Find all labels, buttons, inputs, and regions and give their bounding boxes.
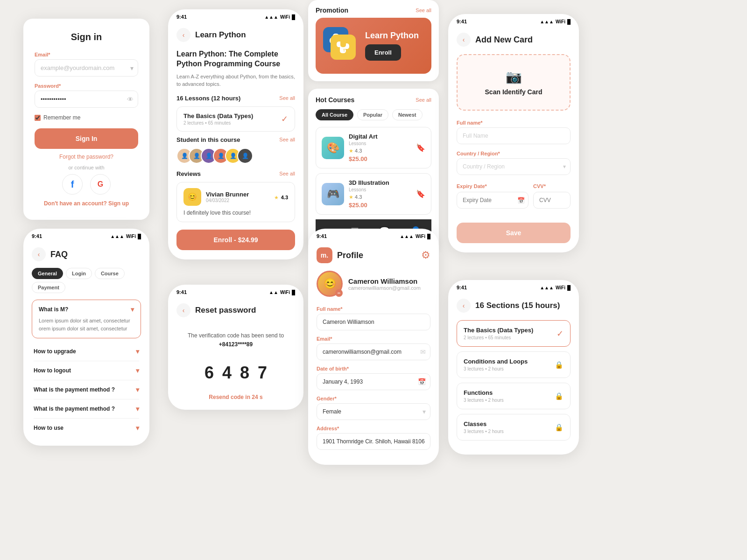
profile-dob-input[interactable]: [317, 373, 430, 390]
section-item-3[interactable]: Classes 3 lectures • 2 hours 🔒: [457, 414, 571, 441]
section-item-0[interactable]: The Basics (Data Types) 2 lectures • 65 …: [457, 320, 571, 347]
promo-enroll-button[interactable]: Enroll: [365, 44, 401, 61]
lp-status-bar: 9:41 ▲▲▲ WiFi █: [168, 9, 303, 21]
faq-item-3[interactable]: What is the payment method ? ▾: [34, 380, 139, 399]
rp-battery-icon: █: [292, 290, 295, 295]
python-logo-yellow: [331, 35, 356, 60]
rating-value-0: 4.3: [281, 195, 288, 200]
country-chevron-icon: ▾: [563, 163, 566, 170]
eye-icon[interactable]: 👁: [127, 96, 134, 103]
promo-see-all[interactable]: See all: [416, 7, 431, 13]
learn-python-card: 9:41 ▲▲▲ WiFi █ ‹ Learn Python Learn Pyt…: [168, 9, 303, 259]
addcard-fullname-label: Full name*: [457, 120, 571, 126]
faq-item-0[interactable]: What is M? ▾ Lorem ipsum dolor sit amet,…: [32, 300, 141, 338]
status-bar: 9:41 ▲▲▲ WiFi █: [23, 229, 149, 241]
sections-back-button[interactable]: ‹: [457, 299, 471, 313]
section-info-0: The Basics (Data Types) 2 lectures • 65 …: [464, 327, 533, 340]
expiry-input-wrapper: 📅: [457, 192, 529, 209]
otp-digit-0[interactable]: 6: [204, 363, 214, 383]
students-title: Student in this course: [176, 136, 240, 143]
wifi-icon: WiFi: [126, 234, 136, 239]
social-login-row: f G: [35, 174, 138, 195]
faq-card: 9:41 ▲▲▲ WiFi █ ‹ FAQ General Login Cour…: [23, 229, 149, 446]
students-see-all[interactable]: See all: [279, 137, 295, 142]
forgot-password-link[interactable]: Forgot the password?: [35, 154, 138, 160]
faq-tab-payment[interactable]: Payment: [32, 282, 65, 293]
star-icon-0: ★: [274, 195, 279, 200]
course-thumb-0: 🎨: [322, 137, 344, 159]
faq-back-button[interactable]: ‹: [32, 247, 46, 261]
sections-title: 16 Sections (15 hours): [475, 301, 560, 310]
addcard-back-button[interactable]: ‹: [457, 33, 471, 47]
otp-digit-2[interactable]: 8: [240, 363, 249, 383]
bookmark-icon-1[interactable]: 🔖: [416, 189, 425, 198]
faq-tab-course[interactable]: Course: [95, 268, 125, 279]
password-input[interactable]: [35, 91, 138, 108]
bookmark-icon-0[interactable]: 🔖: [416, 143, 425, 152]
resend-timer[interactable]: 24 s: [252, 394, 262, 400]
hot-tab-newest[interactable]: Newest: [392, 109, 423, 120]
facebook-login-button[interactable]: f: [62, 174, 83, 195]
faq-tab-login[interactable]: Login: [66, 268, 92, 279]
lp-course-desc: Learn A-Z everything about Python, from …: [176, 73, 295, 88]
profile-email-group: Email* ✉: [317, 336, 430, 360]
profile-user-row: 😊 ✏ Cameron Williamson cameronwilliamson…: [317, 271, 430, 297]
settings-icon[interactable]: ⚙: [421, 249, 430, 261]
lp-lessons-label: 16 Lessons (12 hours): [176, 95, 240, 102]
addcard-cvv-input[interactable]: [533, 192, 571, 209]
hot-tab-popular[interactable]: Popular: [357, 109, 388, 120]
profile-fullname-input[interactable]: [317, 314, 430, 330]
section-meta-1: 3 lectures • 2 hours: [464, 366, 528, 371]
lp-see-all[interactable]: See all: [279, 95, 295, 101]
addcard-country-select[interactable]: Country / Region: [457, 158, 571, 175]
section-name-2: Functions: [464, 389, 504, 396]
lesson-info-0: The Basics (Data Types) 2 lectures • 65 …: [183, 112, 253, 126]
faq-item-4[interactable]: What is the payment method ? ▾: [34, 399, 139, 419]
otp-digit-1[interactable]: 4: [222, 363, 232, 383]
hot-see-all[interactable]: See all: [416, 97, 431, 103]
faq-item-1[interactable]: How to upgrade ▾: [34, 342, 139, 361]
reviews-see-all[interactable]: See all: [279, 171, 295, 176]
or-divider: or continue with: [35, 165, 138, 170]
signup-link[interactable]: Sign up: [108, 200, 129, 207]
save-card-button[interactable]: Save: [457, 223, 571, 243]
promo-python-logo: [323, 27, 360, 64]
otp-digit-3[interactable]: 7: [258, 363, 267, 383]
hot-tab-all[interactable]: All Course: [316, 109, 353, 120]
course-item-0[interactable]: 🎨 Digital Art Lessons ★ 4.3 $25.00 🔖: [316, 127, 431, 168]
courses-card: Promotion See all Learn Python Enroll: [308, 0, 439, 251]
lesson-card-0[interactable]: The Basics (Data Types) 2 lectures • 65 …: [176, 106, 295, 132]
profile-email-input[interactable]: [317, 343, 430, 360]
status-icons: ▲▲▲ WiFi █: [110, 234, 141, 239]
scan-card-box[interactable]: 📷 Scan Identify Card: [457, 54, 571, 111]
faq-item-5[interactable]: How to use ▾: [34, 419, 139, 437]
faq-item-2[interactable]: How to logout ▾: [34, 361, 139, 380]
faq-header: ‹ FAQ: [32, 247, 141, 261]
enroll-button[interactable]: Enroll - $24.99: [176, 230, 295, 250]
addcard-fullname-input[interactable]: [457, 127, 571, 144]
faq-item-header-0: What is M? ▾: [39, 306, 134, 313]
email-input[interactable]: [35, 59, 138, 77]
lesson-meta-0: 2 lectures • 65 minutes: [183, 120, 253, 126]
course-item-1[interactable]: 🎮 3D Illustration Lessons ★ 4.3 $25.00 🔖: [316, 173, 431, 215]
edit-avatar-icon[interactable]: ✏: [335, 289, 343, 297]
profile-gender-input[interactable]: [317, 403, 430, 420]
lp-wifi-icon: WiFi: [280, 14, 290, 20]
google-login-button[interactable]: G: [90, 174, 111, 195]
section-info-2: Functions 3 lectures • 2 hours: [464, 389, 504, 403]
profile-address-input[interactable]: [317, 433, 430, 450]
faq-tab-general[interactable]: General: [32, 268, 63, 279]
lp-back-button[interactable]: ‹: [176, 28, 190, 42]
addcard-save-wrapper: Save: [457, 223, 571, 243]
section-name-1: Conditions and Loops: [464, 358, 528, 365]
remember-checkbox[interactable]: [35, 115, 41, 121]
section-item-2[interactable]: Functions 3 lectures • 2 hours 🔒: [457, 383, 571, 409]
section-item-1[interactable]: Conditions and Loops 3 lectures • 2 hour…: [457, 351, 571, 378]
profile-wifi-icon: WiFi: [416, 234, 425, 239]
sign-in-button[interactable]: Sign In: [35, 128, 138, 149]
password-input-wrapper: 👁: [35, 91, 138, 108]
check-circle-icon-0: ✓: [557, 329, 564, 339]
lesson-name-0: The Basics (Data Types): [183, 112, 253, 119]
remember-row: Remember me: [35, 114, 138, 121]
rp-back-button[interactable]: ‹: [176, 303, 190, 317]
